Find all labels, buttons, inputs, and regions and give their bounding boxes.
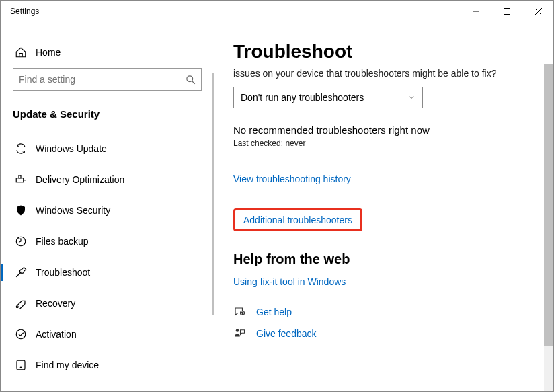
chat-icon: ?: [233, 306, 249, 318]
wrench-icon: [13, 266, 29, 278]
page-title: Troubleshoot: [233, 41, 525, 63]
sidebar-item-label: Windows Update: [29, 143, 107, 154]
help-header: Help from the web: [233, 251, 525, 267]
help-web-link[interactable]: Using fix-it tool in Windows: [233, 276, 346, 287]
device-icon: [13, 359, 29, 371]
svg-point-4: [187, 75, 193, 81]
intro-text: issues on your device that troubleshoote…: [233, 67, 525, 80]
delivery-icon: [13, 173, 29, 186]
svg-point-11: [16, 306, 18, 308]
svg-rect-1: [504, 9, 510, 15]
backup-icon: [13, 235, 29, 247]
view-history-link[interactable]: View troubleshooting history: [233, 173, 351, 184]
sidebar-item-windows-security[interactable]: Windows Security: [1, 195, 214, 226]
window-controls: [461, 1, 553, 22]
titlebar: Settings: [1, 1, 553, 22]
sidebar-item-label: Delivery Optimization: [29, 174, 124, 185]
last-checked-text: Last checked: never: [233, 139, 525, 148]
sidebar-item-windows-update[interactable]: Windows Update: [1, 133, 214, 164]
status-text: No recommended troubleshooters right now: [233, 124, 525, 136]
svg-point-14: [20, 367, 22, 368]
sidebar-item-recovery[interactable]: Recovery: [1, 288, 214, 319]
sidebar-item-label: Activation: [29, 329, 77, 340]
select-value: Don't run any troubleshooters: [241, 92, 364, 103]
maximize-icon: [504, 8, 510, 15]
svg-line-5: [192, 81, 194, 83]
svg-point-12: [16, 329, 26, 339]
search-icon: [186, 75, 196, 85]
minimize-icon: [473, 8, 479, 15]
chevron-down-icon: [407, 93, 416, 102]
window-title: Settings: [1, 7, 39, 16]
sidebar-scrollbar[interactable]: [212, 73, 214, 315]
give-feedback-link[interactable]: Give feedback: [256, 328, 317, 339]
search-input[interactable]: [19, 74, 186, 85]
main-panel: Troubleshoot issues on your device that …: [214, 22, 553, 391]
sidebar-item-activation[interactable]: Activation: [1, 319, 214, 350]
feedback-icon: [233, 327, 249, 340]
sidebar-item-find-my-device[interactable]: Find my device: [1, 350, 214, 381]
sidebar-home[interactable]: Home: [1, 41, 214, 68]
sidebar-item-troubleshoot[interactable]: Troubleshoot: [1, 257, 214, 288]
troubleshooter-select[interactable]: Don't run any troubleshooters: [233, 87, 423, 108]
sidebar-item-label: Files backup: [29, 236, 89, 247]
minimize-button[interactable]: [461, 1, 491, 22]
additional-troubleshooters-link[interactable]: Additional troubleshooters: [243, 214, 352, 225]
sidebar-item-delivery-optimization[interactable]: Delivery Optimization: [1, 164, 214, 195]
home-icon: [13, 46, 29, 58]
sidebar-item-label: Windows Security: [29, 205, 110, 216]
sidebar: Home Update & Security Windows Update D: [1, 22, 214, 391]
svg-point-17: [236, 329, 239, 332]
give-feedback-row: Give feedback: [233, 327, 525, 340]
maximize-button[interactable]: [491, 1, 522, 22]
recovery-icon: [13, 297, 29, 309]
home-label: Home: [29, 47, 61, 58]
get-help-row: ? Get help: [233, 306, 525, 318]
sidebar-item-label: Find my device: [29, 360, 99, 370]
sidebar-section-header: Update & Security: [1, 103, 214, 133]
close-button[interactable]: [522, 1, 553, 22]
sidebar-item-label: Troubleshoot: [29, 267, 90, 278]
close-icon: [535, 8, 542, 15]
sidebar-item-files-backup[interactable]: Files backup: [1, 226, 214, 257]
additional-troubleshooters-highlight: Additional troubleshooters: [233, 208, 362, 231]
search-box[interactable]: [13, 68, 202, 91]
check-circle-icon: [13, 328, 29, 340]
svg-rect-7: [19, 175, 21, 178]
svg-line-10: [16, 272, 22, 277]
main-scrollbar-thumb[interactable]: [544, 64, 553, 346]
shield-icon: [13, 204, 29, 217]
sidebar-item-label: Recovery: [29, 298, 75, 309]
sync-icon: [13, 143, 29, 155]
get-help-link[interactable]: Get help: [256, 307, 292, 317]
svg-rect-6: [16, 178, 24, 182]
